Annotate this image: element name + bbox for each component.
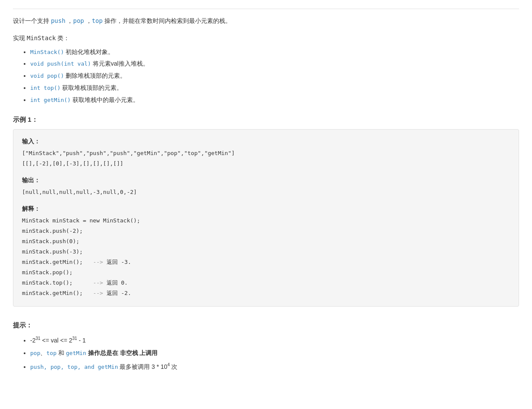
- method-desc-getmin: 获取堆栈中的最小元素。: [72, 96, 139, 103]
- tip-2-code-pop: pop: [30, 350, 40, 356]
- output-label: 输出：: [22, 175, 510, 186]
- method-desc-top: 获取堆栈顶部的元素。: [62, 84, 123, 91]
- intro-description: 设计一个支持 push ，pop ，top 操作，并能在常数时间内检索到最小元素…: [13, 16, 519, 26]
- tip-2-code-getmin: getMin: [66, 350, 86, 356]
- keyword-push: push: [51, 17, 66, 24]
- tips-section: 提示： -231 <= val <= 231 - 1 pop、top 和 get…: [13, 320, 519, 372]
- tip-3-text: 最多被调用 3 * 104 次: [120, 363, 177, 370]
- tips-title: 提示：: [13, 320, 519, 331]
- explain-line-2: minStack.push(-2);: [22, 226, 510, 236]
- input-line2: [[],[-2],[0],[-3],[],[],[],[]]: [22, 159, 510, 168]
- method-code-pop: void pop(): [30, 73, 64, 79]
- minstack-class-name: MinStack: [27, 35, 56, 41]
- methods-list: MinStack() 初始化堆栈对象。 void push(int val) 将…: [13, 47, 519, 105]
- method-item-pop: void pop() 删除堆栈顶部的元素。: [30, 71, 519, 81]
- keyword-top: top: [92, 17, 103, 24]
- input-line1: ["MinStack","push","push","push","getMin…: [22, 149, 510, 158]
- tip-item-2: pop、top 和 getMin 操作总是在 非空栈 上调用: [30, 348, 519, 358]
- implement-text: 实现 MinStack 类：: [13, 33, 519, 44]
- explain-line-5: minStack.getMin(); --> 返回 -3.: [22, 257, 510, 267]
- output-line: [null,null,null,null,-3,null,0,-2]: [22, 187, 510, 197]
- method-code-top: int top(): [30, 85, 60, 91]
- input-label: 输入：: [22, 136, 510, 147]
- explain-line-1: MinStack minStack = new MinStack();: [22, 216, 510, 225]
- method-code-push: void push(int val): [30, 60, 91, 67]
- method-item-minstack: MinStack() 初始化堆栈对象。: [30, 47, 519, 57]
- keyword-pop: pop: [73, 17, 84, 24]
- method-item-push: void push(int val) 将元素val推入堆栈。: [30, 59, 519, 69]
- explain-line-3: minStack.push(0);: [22, 237, 510, 246]
- method-item-getmin: int getMin() 获取堆栈中的最小元素。: [30, 95, 519, 105]
- tip-item-3: push, pop, top, and getMin 最多被调用 3 * 104…: [30, 361, 519, 372]
- explain-label: 解释：: [22, 204, 510, 214]
- method-desc-pop: 删除堆栈顶部的元素。: [66, 72, 126, 79]
- tip-item-1: -231 <= val <= 231 - 1: [30, 335, 519, 346]
- tip-3-code: push, pop, top, and getMin: [30, 364, 118, 370]
- top-separator: [13, 9, 519, 9]
- method-desc-push: 将元素val推入堆栈。: [93, 60, 149, 67]
- tip-1-text: -231 <= val <= 231 - 1: [30, 337, 86, 344]
- explain-line-7: minStack.top(); --> 返回 0.: [22, 278, 510, 288]
- tip-2-code-top: top: [46, 350, 56, 356]
- explain-line-8: minStack.getMin(); --> 返回 -2.: [22, 289, 510, 298]
- tip-2-text: 操作总是在 非空栈 上调用: [88, 349, 158, 356]
- method-code-minstack: MinStack(): [30, 49, 64, 55]
- method-desc-minstack: 初始化堆栈对象。: [66, 48, 114, 55]
- method-item-top: int top() 获取堆栈顶部的元素。: [30, 83, 519, 93]
- explain-line-6: minStack.pop();: [22, 268, 510, 277]
- method-code-getmin: int getMin(): [30, 97, 71, 103]
- example-box: 输入： ["MinStack","push","push","push","ge…: [13, 129, 519, 306]
- example-title: 示例 1：: [13, 114, 519, 125]
- explain-line-4: minStack.push(-3);: [22, 247, 510, 257]
- tips-list: -231 <= val <= 231 - 1 pop、top 和 getMin …: [13, 335, 519, 372]
